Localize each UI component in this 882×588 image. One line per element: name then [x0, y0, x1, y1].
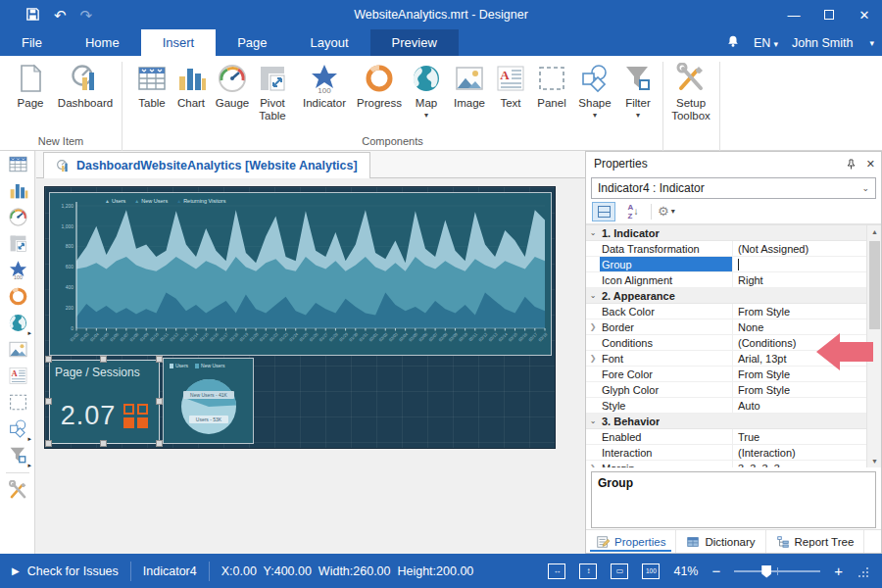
toolbox-pivot-table[interactable] — [0, 230, 35, 257]
expand-arrow-icon[interactable]: ❯ — [586, 351, 600, 366]
selection-handle[interactable] — [156, 398, 163, 405]
property-category-row[interactable]: ⌄3. Behavior — [586, 414, 868, 429]
zoom-out-button[interactable]: − — [711, 563, 720, 579]
ribbon-setup-toolbox-button[interactable]: Setup Toolbox — [666, 61, 715, 133]
property-value[interactable]: Auto — [733, 398, 868, 413]
property-row-enabled[interactable]: EnabledTrue — [586, 429, 868, 445]
minimize-button[interactable]: — — [776, 0, 811, 29]
property-value[interactable] — [733, 257, 868, 271]
fit-page-height-icon[interactable]: ↕ — [579, 564, 597, 579]
tab-page[interactable]: Page — [216, 29, 288, 56]
tab-dictionary[interactable]: Dictionary — [676, 530, 765, 553]
resize-grip[interactable] — [857, 565, 868, 577]
property-value[interactable]: Right — [733, 272, 868, 287]
toolbox-gauge[interactable] — [0, 204, 35, 230]
property-row-data-transformation[interactable]: Data Transformation(Not Assigned) — [586, 241, 868, 257]
user-account[interactable]: John Smith — [792, 36, 854, 50]
expand-arrow-icon[interactable]: ❯ — [586, 461, 600, 467]
pin-icon[interactable] — [846, 159, 857, 170]
zoom-slider[interactable] — [734, 570, 820, 572]
expand-arrow-icon[interactable]: ❯ — [586, 319, 600, 334]
ribbon-panel-button[interactable]: Panel — [530, 61, 573, 133]
tab-report-tree[interactable]: Report Tree — [766, 530, 865, 553]
property-row-interaction[interactable]: Interaction(Interaction) — [586, 445, 868, 461]
zoom-100-icon[interactable]: 100 — [642, 564, 660, 579]
undo-icon[interactable]: ↶ — [54, 8, 67, 23]
selection-handle[interactable] — [45, 440, 52, 447]
redo-icon[interactable]: ↷ — [80, 8, 93, 23]
toolbox-image[interactable] — [0, 336, 35, 363]
fit-whole-page-icon[interactable]: ▭ — [611, 564, 628, 579]
ribbon-image-button[interactable]: Image — [448, 61, 491, 133]
property-value[interactable]: None — [733, 319, 868, 334]
property-value[interactable]: 3, 3, 3, 3 — [733, 461, 868, 467]
property-row-back-color[interactable]: Back ColorFrom Style — [586, 304, 868, 319]
ribbon-map-button[interactable]: Map▾ — [405, 61, 448, 133]
selection-handle[interactable] — [45, 398, 52, 405]
ribbon-page-button[interactable]: Page — [4, 61, 57, 133]
property-value[interactable]: From Style — [733, 304, 868, 318]
toolbox-panel[interactable] — [0, 389, 35, 416]
property-row-group[interactable]: Group — [586, 257, 868, 272]
maximize-button[interactable] — [811, 0, 847, 29]
property-row-margin[interactable]: ❯Margin3, 3, 3, 3 — [586, 461, 868, 467]
tab-file[interactable]: File — [0, 29, 64, 56]
selection-handle[interactable] — [100, 356, 107, 363]
ribbon-filter-button[interactable]: Filter▾ — [617, 61, 659, 133]
toolbox-indicator[interactable] — [0, 257, 35, 283]
toolbox-setup[interactable] — [0, 477, 35, 504]
property-row-glyph-color[interactable]: Glyph ColorFrom Style — [586, 382, 868, 398]
component-selector-dropdown[interactable]: Indicator4 : Indicator ⌄ — [591, 177, 876, 199]
design-canvas[interactable]: ▲Users▲New Users▲Returning Visitors 1,20… — [36, 178, 585, 554]
property-value[interactable]: From Style — [733, 382, 868, 397]
ribbon-dashboard-button[interactable]: Dashboard — [57, 61, 114, 133]
user-menu-chevron-icon[interactable]: ▾ — [869, 38, 874, 48]
toolbox-map[interactable]: ▸ — [0, 310, 35, 336]
property-category-row[interactable]: ⌄1. Indicator — [586, 225, 868, 241]
save-icon[interactable] — [25, 7, 40, 24]
pie-chart-widget[interactable]: UsersNew Users New Users - 41K Users - 5… — [163, 358, 254, 444]
property-category-row[interactable]: ⌄2. Appearance — [586, 288, 868, 304]
categorized-view-button[interactable] — [592, 202, 615, 221]
zoom-in-button[interactable]: + — [834, 563, 843, 579]
check-for-issues-button[interactable]: ▶ Check for Issues — [0, 562, 130, 581]
ribbon-text-button[interactable]: Text — [490, 61, 531, 133]
collapse-chevron-icon[interactable]: ⌄ — [586, 414, 600, 428]
fit-page-width-icon[interactable]: ↔ — [548, 564, 565, 579]
scroll-down-icon[interactable]: ▼ — [867, 455, 881, 467]
notifications-bell-icon[interactable] — [726, 34, 740, 51]
property-value[interactable]: True — [733, 429, 868, 444]
area-chart-widget[interactable]: ▲Users▲New Users▲Returning Visitors 1,20… — [49, 192, 552, 356]
property-row-style[interactable]: StyleAuto — [586, 398, 868, 414]
property-value[interactable]: (Interaction) — [733, 445, 868, 460]
toolbox-table[interactable] — [0, 151, 35, 177]
toolbox-progress[interactable] — [0, 283, 35, 310]
tab-properties[interactable]: Properties — [586, 530, 676, 553]
ribbon-pivot-table-button[interactable]: Pivot Table — [250, 61, 295, 133]
settings-gear-button[interactable]: ⚙▾ — [658, 204, 675, 219]
selection-handle[interactable] — [45, 356, 52, 363]
selection-handle[interactable] — [100, 440, 107, 447]
selection-handle[interactable] — [156, 440, 163, 447]
scrollbar-thumb[interactable] — [869, 241, 880, 329]
ribbon-progress-button[interactable]: Progress — [352, 61, 407, 133]
scroll-up-icon[interactable]: ▲ — [867, 225, 881, 239]
toolbox-filter[interactable]: ▸ — [0, 442, 35, 468]
ribbon-indicator-button[interactable]: Indicator — [297, 61, 352, 133]
language-selector[interactable]: EN▾ — [754, 36, 778, 50]
zoom-slider-thumb[interactable] — [761, 565, 771, 578]
toolbox-shape[interactable]: ▸ — [0, 416, 35, 442]
close-button[interactable]: ✕ — [847, 0, 882, 29]
close-panel-icon[interactable]: ✕ — [866, 158, 875, 171]
document-tab[interactable]: DashboardWebsiteAnalytics [Website Analy… — [43, 152, 370, 178]
property-value[interactable]: (Not Assigned) — [733, 241, 868, 256]
tab-layout[interactable]: Layout — [289, 29, 370, 56]
tab-preview[interactable]: Preview — [370, 29, 459, 56]
selection-handle[interactable] — [156, 356, 163, 363]
ribbon-shape-button[interactable]: Shape▾ — [573, 61, 616, 133]
toolbox-chart[interactable] — [0, 177, 35, 204]
toolbox-text[interactable] — [0, 363, 35, 389]
property-row-icon-alignment[interactable]: Icon AlignmentRight — [586, 272, 868, 288]
tab-insert[interactable]: Insert — [141, 29, 217, 56]
alphabetical-sort-button[interactable]: AZ↓ — [621, 202, 645, 221]
